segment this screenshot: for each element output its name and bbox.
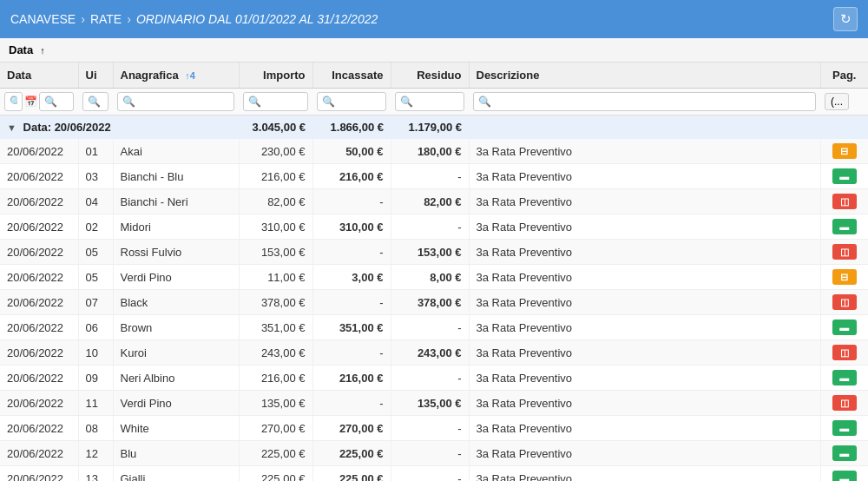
pag-badge[interactable]: ▬: [832, 320, 857, 335]
cell-importo: 310,00 €: [239, 214, 312, 240]
breadcrumb: CANAVESE › RATE › ORDINARIO DAL 01/01/20…: [10, 12, 378, 26]
pag-badge[interactable]: ◫: [832, 345, 857, 360]
cell-pag[interactable]: ◫: [820, 240, 868, 265]
pag-badge[interactable]: ◫: [832, 395, 857, 411]
filter-importo-input[interactable]: [243, 92, 308, 111]
filter-cell-ui: [78, 89, 113, 115]
col-header-data[interactable]: Data: [0, 63, 78, 89]
pag-badge[interactable]: ⊟: [832, 269, 857, 285]
table-row[interactable]: 20/06/2022 05 Rossi Fulvio 153,00 € - 15…: [0, 240, 868, 265]
cell-incassate: 216,00 €: [312, 164, 391, 189]
col-header-anagrafica[interactable]: Anagrafica ↑4: [113, 63, 239, 89]
cell-ana: Midori: [113, 214, 239, 240]
calendar-icon[interactable]: 📅: [24, 96, 37, 108]
pag-filter-button[interactable]: (...: [825, 93, 849, 110]
table-row[interactable]: 20/06/2022 09 Neri Albino 216,00 € 216,0…: [0, 366, 868, 391]
cell-ui: 08: [78, 416, 113, 441]
pag-badge[interactable]: ◫: [832, 244, 857, 260]
pag-badge[interactable]: ▬: [832, 219, 857, 234]
cell-incassate: 50,00 €: [312, 139, 391, 164]
filter-incassate-input[interactable]: [317, 92, 386, 111]
cell-residuo: -: [391, 164, 469, 189]
cell-importo: 351,00 €: [239, 315, 312, 340]
cell-pag[interactable]: ⊟: [820, 265, 868, 290]
cell-residuo: -: [391, 441, 469, 466]
pag-badge[interactable]: ◫: [832, 194, 857, 209]
filter-desc-input[interactable]: [473, 92, 816, 111]
pag-badge[interactable]: ◫: [832, 294, 857, 310]
cell-data: 20/06/2022: [0, 340, 78, 366]
filter-data-input2[interactable]: [39, 92, 74, 111]
sort-icon[interactable]: ↑: [40, 45, 45, 56]
cell-desc: 3a Rata Preventivo: [469, 466, 820, 482]
col-header-incassate[interactable]: Incassate: [312, 63, 391, 89]
filter-data-input[interactable]: [4, 92, 23, 111]
cell-pag[interactable]: ▬: [820, 164, 868, 189]
filter-ui-input[interactable]: [82, 92, 108, 111]
table-row[interactable]: 20/06/2022 04 Bianchi - Neri 82,00 € - 8…: [0, 189, 868, 214]
ana-sort-indicator[interactable]: ↑4: [185, 70, 195, 81]
cell-pag[interactable]: ◫: [820, 290, 868, 315]
table-row[interactable]: 20/06/2022 05 Verdi Pino 11,00 € 3,00 € …: [0, 265, 868, 290]
cell-residuo: -: [391, 366, 469, 391]
cell-ana: Akai: [113, 139, 239, 164]
col-header-ui[interactable]: Ui: [78, 63, 113, 89]
group-row[interactable]: ▼ Data: 20/06/2022 3.045,00 € 1.866,00 €…: [0, 115, 868, 140]
cell-pag[interactable]: ⊟: [820, 139, 868, 164]
breadcrumb-rate: RATE: [90, 12, 122, 26]
table-row[interactable]: 20/06/2022 13 Gialli 225,00 € 225,00 € -…: [0, 466, 868, 482]
cell-importo: 230,00 €: [239, 139, 312, 164]
pag-badge[interactable]: ▬: [832, 168, 857, 184]
table-row[interactable]: 20/06/2022 11 Verdi Pino 135,00 € - 135,…: [0, 391, 868, 416]
cell-incassate: 351,00 €: [312, 315, 391, 340]
table-row[interactable]: 20/06/2022 01 Akai 230,00 € 50,00 € 180,…: [0, 139, 868, 164]
table-row[interactable]: 20/06/2022 02 Midori 310,00 € 310,00 € -…: [0, 214, 868, 240]
col-header-residuo[interactable]: Residuo: [391, 63, 469, 89]
cell-residuo: 378,00 €: [391, 290, 469, 315]
filter-cell-residuo: [391, 89, 469, 115]
table-row[interactable]: 20/06/2022 12 Blu 225,00 € 225,00 € - 3a…: [0, 441, 868, 466]
cell-pag[interactable]: ▬: [820, 366, 868, 391]
cell-data: 20/06/2022: [0, 214, 78, 240]
pag-badge[interactable]: ▬: [832, 420, 857, 436]
table-row[interactable]: 20/06/2022 08 White 270,00 € 270,00 € - …: [0, 416, 868, 441]
col-header-descrizione[interactable]: Descrizione: [469, 63, 820, 89]
cell-pag[interactable]: ◫: [820, 189, 868, 214]
cell-pag[interactable]: ▬: [820, 466, 868, 482]
cell-pag[interactable]: ◫: [820, 391, 868, 416]
group-importo: 3.045,00 €: [239, 115, 312, 140]
group-residuo: 1.179,00 €: [391, 115, 469, 140]
cell-ana: Neri Albino: [113, 366, 239, 391]
table-row[interactable]: 20/06/2022 06 Brown 351,00 € 351,00 € - …: [0, 315, 868, 340]
filter-row: 📅: [0, 89, 868, 115]
filter-ana-input[interactable]: [117, 92, 234, 111]
cell-pag[interactable]: ▬: [820, 214, 868, 240]
col-header-importo[interactable]: Importo: [239, 63, 312, 89]
cell-ui: 01: [78, 139, 113, 164]
table-row[interactable]: 20/06/2022 07 Black 378,00 € - 378,00 € …: [0, 290, 868, 315]
cell-ana: Bianchi - Neri: [113, 189, 239, 214]
cell-pag[interactable]: ▬: [820, 416, 868, 441]
filter-residuo-input[interactable]: [395, 92, 464, 111]
table-row[interactable]: 20/06/2022 10 Kuroi 243,00 € - 243,00 € …: [0, 340, 868, 366]
table-container: Data Ui Anagrafica ↑4 Importo Incassate …: [0, 63, 868, 481]
cell-pag[interactable]: ▬: [820, 315, 868, 340]
cell-data: 20/06/2022: [0, 290, 78, 315]
pag-badge[interactable]: ▬: [832, 370, 857, 385]
pag-badge[interactable]: ▬: [832, 445, 857, 461]
refresh-button[interactable]: ↻: [833, 7, 858, 31]
filter-cell-ana: [113, 89, 239, 115]
cell-ui: 10: [78, 340, 113, 366]
main-table: Data Ui Anagrafica ↑4 Importo Incassate …: [0, 63, 868, 481]
table-row[interactable]: 20/06/2022 03 Bianchi - Blu 216,00 € 216…: [0, 164, 868, 189]
col-header-pag[interactable]: Pag.: [820, 63, 868, 89]
pag-badge[interactable]: ▬: [832, 471, 857, 481]
cell-pag[interactable]: ◫: [820, 340, 868, 366]
pag-badge[interactable]: ⊟: [832, 143, 857, 159]
cell-pag[interactable]: ▬: [820, 441, 868, 466]
cell-incassate: 3,00 €: [312, 265, 391, 290]
breadcrumb-period: ORDINARIO DAL 01/01/2022 AL 31/12/2022: [136, 12, 378, 26]
filter-cell-importo: [239, 89, 312, 115]
cell-data: 20/06/2022: [0, 139, 78, 164]
cell-ana: Verdi Pino: [113, 265, 239, 290]
